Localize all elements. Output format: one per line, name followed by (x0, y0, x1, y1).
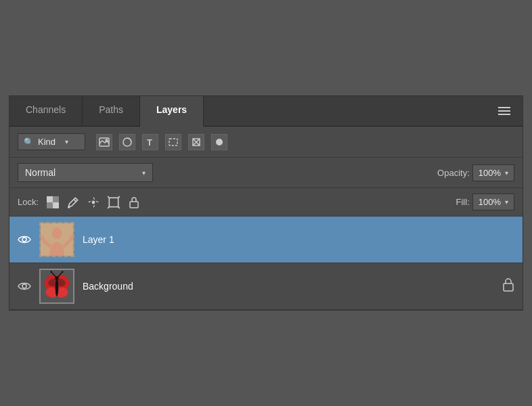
svg-rect-4 (169, 139, 177, 145)
svg-line-19 (108, 206, 109, 208)
opacity-label: Opacity: (437, 168, 470, 178)
blend-row: Normal ▾ Opacity: 100% ▾ (9, 158, 523, 188)
tab-bar: Channels Paths Layers (9, 96, 523, 127)
blend-mode-select[interactable]: Normal ▾ (18, 163, 153, 182)
svg-text:T: T (147, 137, 152, 148)
search-icon: 🔍 (24, 137, 34, 147)
layer-list: Layer 1 (9, 217, 523, 310)
tab-layers[interactable]: Layers (140, 96, 204, 127)
fill-chevron-icon: ▾ (505, 198, 508, 206)
svg-rect-9 (47, 202, 53, 208)
tab-paths[interactable]: Paths (83, 96, 140, 126)
svg-point-24 (52, 227, 62, 239)
fill-value-select[interactable]: 100% ▾ (472, 194, 514, 210)
filter-icons-group: T (96, 134, 227, 150)
lock-all-icon[interactable] (127, 195, 141, 210)
svg-rect-7 (53, 202, 59, 208)
panel-menu-button[interactable] (486, 96, 523, 126)
kind-chevron-icon: ▾ (65, 138, 68, 145)
lock-transparent-pixels-icon[interactable] (45, 195, 60, 210)
svg-point-38 (62, 271, 64, 273)
fill-value-text: 100% (479, 197, 501, 207)
lock-row: Lock: (9, 188, 523, 217)
layer-thumbnail-background (39, 269, 74, 304)
svg-point-10 (68, 206, 70, 208)
tab-channels-label: Channels (26, 104, 66, 115)
blend-mode-label: Normal (25, 167, 142, 178)
layer-name-background: Background (83, 281, 494, 292)
visibility-icon-background[interactable] (18, 281, 31, 292)
lock-label: Lock: (18, 197, 39, 207)
svg-rect-21 (130, 202, 138, 208)
filter-image-icon[interactable] (96, 134, 112, 150)
lock-image-pixels-icon[interactable] (66, 195, 81, 210)
layer-item-layer1[interactable]: Layer 1 (9, 217, 523, 263)
tab-channels[interactable]: Channels (9, 96, 83, 126)
opacity-chevron-icon: ▾ (505, 169, 508, 177)
svg-point-25 (22, 284, 26, 288)
svg-rect-8 (53, 196, 59, 202)
kind-label: Kind (38, 137, 56, 147)
tab-paths-label: Paths (99, 104, 123, 115)
fill-group: Fill: 100% ▾ (456, 194, 514, 210)
lock-icons-group (45, 195, 141, 210)
background-lock-icon (502, 278, 514, 295)
filter-row: 🔍 Kind ▾ T (9, 127, 523, 158)
svg-line-18 (118, 196, 120, 198)
blend-chevron-icon: ▾ (142, 169, 146, 177)
svg-line-20 (118, 206, 120, 208)
svg-point-37 (50, 271, 52, 273)
filter-dot-icon[interactable] (211, 134, 227, 150)
svg-rect-16 (109, 198, 118, 206)
hamburger-icon (495, 104, 513, 118)
svg-rect-39 (504, 284, 513, 291)
svg-point-33 (56, 279, 59, 296)
opacity-value-text: 100% (479, 168, 501, 178)
layers-panel: Channels Paths Layers 🔍 Kind ▾ (9, 95, 523, 311)
visibility-icon-layer1[interactable] (18, 234, 31, 245)
svg-point-5 (216, 139, 223, 145)
svg-point-15 (92, 200, 95, 204)
lock-position-icon[interactable] (86, 195, 101, 210)
svg-line-17 (108, 196, 109, 198)
fill-label: Fill: (456, 197, 470, 207)
filter-shape-icon[interactable] (165, 134, 181, 150)
lock-artboard-icon[interactable] (106, 195, 121, 210)
kind-filter-select[interactable]: 🔍 Kind ▾ (18, 133, 85, 150)
tab-layers-label: Layers (156, 104, 187, 115)
filter-smart-icon[interactable] (188, 134, 204, 150)
filter-text-icon[interactable]: T (142, 134, 158, 150)
layer-name-layer1: Layer 1 (83, 234, 514, 245)
filter-adjustment-icon[interactable] (119, 134, 135, 150)
svg-rect-6 (47, 196, 53, 202)
svg-point-22 (22, 238, 26, 242)
layer-item-background[interactable]: Background (9, 263, 523, 310)
layer-thumbnail-layer1 (39, 222, 74, 257)
opacity-value-select[interactable]: 100% ▾ (472, 164, 514, 181)
opacity-group: Opacity: 100% ▾ (437, 164, 514, 181)
